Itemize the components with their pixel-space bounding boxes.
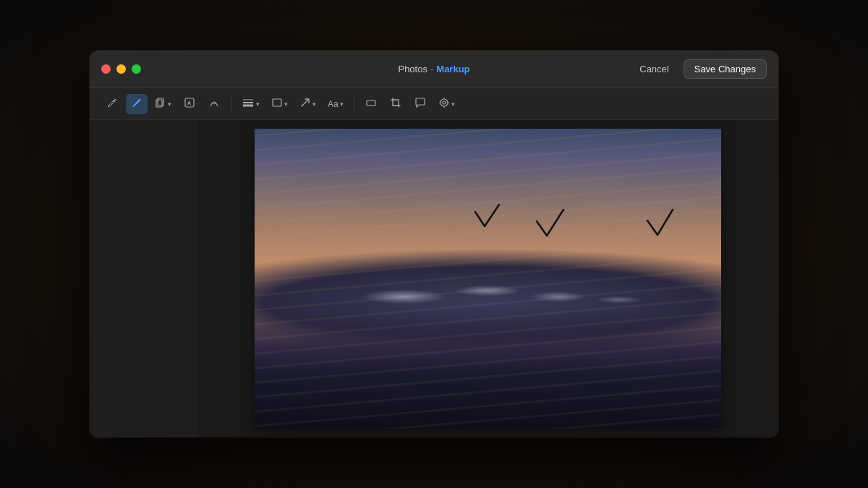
svg-point-12 [443, 101, 446, 104]
photo-background [255, 129, 721, 429]
image-area[interactable] [197, 120, 778, 437]
speech-bubble-tool[interactable] [409, 94, 431, 114]
crop-icon [390, 97, 401, 111]
text-recognition-tool[interactable]: A [179, 94, 200, 114]
crop-tool[interactable] [385, 94, 407, 114]
traffic-lights [101, 64, 141, 74]
shape-icon [271, 97, 283, 111]
color-icon [208, 97, 220, 111]
speech-bubble-icon [414, 97, 426, 111]
camera-filter-tool[interactable]: ▾ [434, 94, 459, 114]
sketch-tool[interactable] [101, 94, 123, 114]
shape-chevron: ▾ [284, 100, 288, 108]
close-button[interactable] [101, 64, 111, 74]
maximize-button[interactable] [132, 64, 141, 74]
copy-style-chevron: ▾ [168, 100, 171, 108]
save-changes-button[interactable]: Save Changes [684, 59, 767, 79]
sidebar-left [90, 120, 197, 437]
minimize-button[interactable] [116, 64, 126, 74]
copy-style-icon [155, 97, 166, 111]
window-title: Photos - Markup [398, 64, 469, 74]
markup-toolbar: ▾ A [90, 88, 778, 120]
photo-canvas[interactable] [255, 129, 721, 429]
text-icon: A [184, 97, 195, 111]
font-label: Aa [328, 99, 339, 109]
sketch-icon [106, 97, 118, 111]
mode-name: Markup [436, 64, 469, 74]
line-weight-chevron: ▾ [256, 100, 260, 108]
svg-point-11 [441, 99, 448, 106]
font-tool[interactable]: Aa ▾ [323, 94, 348, 114]
font-chevron: ▾ [340, 100, 344, 108]
camera-filter-chevron: ▾ [451, 100, 455, 108]
arrow-icon [299, 97, 311, 111]
arrow-tool[interactable]: ▾ [295, 94, 320, 114]
pen-tool[interactable] [126, 94, 148, 114]
toolbar-separator-1 [231, 97, 231, 111]
pen-icon [131, 97, 142, 111]
color-tool[interactable] [203, 94, 225, 114]
line-weight-tool[interactable]: ▾ [237, 94, 264, 114]
rect-tool[interactable] [360, 94, 382, 114]
arrow-chevron: ▾ [312, 100, 316, 108]
titlebar: Photos - Markup Cancel Save Changes [90, 51, 778, 88]
svg-rect-10 [367, 100, 375, 106]
shape-tool[interactable]: ▾ [267, 94, 292, 114]
rect-icon [365, 97, 377, 111]
title-separator: - [430, 64, 433, 74]
app-name: Photos [398, 64, 427, 74]
line-weight-icon [242, 98, 255, 110]
main-content [90, 120, 778, 437]
svg-point-0 [138, 100, 140, 102]
titlebar-actions: Cancel Save Changes [634, 59, 767, 79]
cancel-button[interactable]: Cancel [634, 61, 674, 77]
copy-style-tool[interactable]: ▾ [150, 94, 176, 114]
svg-rect-9 [273, 99, 281, 106]
camera-filter-icon [438, 97, 450, 111]
toolbar-separator-2 [354, 97, 354, 111]
markup-window: Photos - Markup Cancel Save Changes [90, 51, 778, 437]
svg-text:A: A [187, 100, 191, 106]
